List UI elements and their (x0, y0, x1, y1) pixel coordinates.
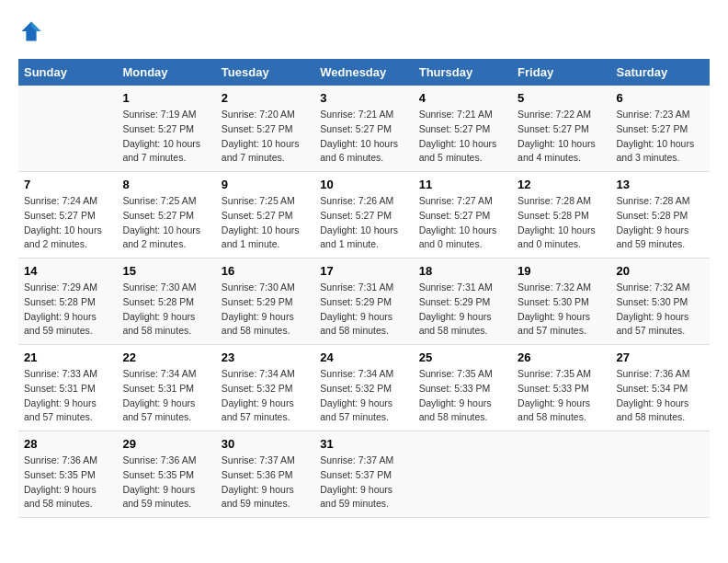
calendar-cell: 5Sunrise: 7:22 AMSunset: 5:27 PMDaylight… (512, 86, 610, 172)
calendar-header-row: SundayMondayTuesdayWednesdayThursdayFrid… (18, 59, 710, 86)
day-info: Sunrise: 7:23 AMSunset: 5:27 PMDaylight:… (617, 108, 704, 166)
day-number: 12 (518, 178, 605, 191)
week-row-5: 28Sunrise: 7:36 AMSunset: 5:35 PMDayligh… (18, 431, 710, 518)
day-info: Sunrise: 7:21 AMSunset: 5:27 PMDaylight:… (419, 108, 506, 166)
day-number: 10 (320, 178, 407, 191)
day-info: Sunrise: 7:20 AMSunset: 5:27 PMDaylight:… (222, 108, 309, 166)
day-info: Sunrise: 7:37 AMSunset: 5:36 PMDaylight:… (222, 454, 309, 511)
calendar-cell: 16Sunrise: 7:30 AMSunset: 5:29 PMDayligh… (216, 259, 314, 345)
day-info: Sunrise: 7:27 AMSunset: 5:27 PMDaylight:… (419, 194, 506, 252)
day-info: Sunrise: 7:29 AMSunset: 5:28 PMDaylight:… (24, 281, 111, 339)
logo-icon (18, 18, 44, 44)
calendar-cell: 30Sunrise: 7:37 AMSunset: 5:36 PMDayligh… (216, 431, 314, 518)
day-number: 20 (617, 264, 704, 278)
calendar-cell: 23Sunrise: 7:34 AMSunset: 5:32 PMDayligh… (216, 345, 314, 431)
day-number: 23 (222, 350, 309, 364)
day-number: 3 (320, 91, 407, 105)
day-info: Sunrise: 7:33 AMSunset: 5:31 PMDaylight:… (24, 367, 111, 425)
calendar-table: SundayMondayTuesdayWednesdayThursdayFrid… (18, 59, 710, 518)
day-info: Sunrise: 7:21 AMSunset: 5:27 PMDaylight:… (320, 108, 407, 166)
calendar-cell (512, 431, 610, 518)
day-info: Sunrise: 7:32 AMSunset: 5:30 PMDaylight:… (617, 281, 704, 339)
calendar-cell: 19Sunrise: 7:32 AMSunset: 5:30 PMDayligh… (512, 259, 610, 345)
day-number: 2 (222, 91, 309, 105)
day-info: Sunrise: 7:31 AMSunset: 5:29 PMDaylight:… (419, 281, 506, 339)
day-number: 24 (320, 350, 407, 364)
day-number: 19 (518, 264, 605, 278)
day-info: Sunrise: 7:25 AMSunset: 5:27 PMDaylight:… (122, 194, 210, 252)
column-header-friday: Friday (512, 59, 610, 86)
calendar-cell: 14Sunrise: 7:29 AMSunset: 5:28 PMDayligh… (18, 259, 117, 345)
day-number: 16 (222, 264, 309, 278)
column-header-thursday: Thursday (414, 59, 512, 86)
calendar-cell (414, 431, 512, 518)
day-info: Sunrise: 7:36 AMSunset: 5:34 PMDaylight:… (617, 367, 704, 425)
calendar-cell: 27Sunrise: 7:36 AMSunset: 5:34 PMDayligh… (611, 345, 710, 431)
day-info: Sunrise: 7:26 AMSunset: 5:27 PMDaylight:… (320, 194, 407, 252)
calendar-cell: 18Sunrise: 7:31 AMSunset: 5:29 PMDayligh… (414, 259, 512, 345)
calendar-cell: 15Sunrise: 7:30 AMSunset: 5:28 PMDayligh… (117, 259, 215, 345)
day-number: 29 (122, 437, 210, 451)
day-info: Sunrise: 7:28 AMSunset: 5:28 PMDaylight:… (518, 194, 605, 252)
day-number: 9 (222, 178, 309, 191)
column-header-tuesday: Tuesday (216, 59, 314, 86)
logo (18, 18, 48, 44)
day-number: 4 (419, 91, 506, 105)
week-row-1: 1Sunrise: 7:19 AMSunset: 5:27 PMDaylight… (18, 86, 710, 172)
day-number: 22 (122, 350, 210, 364)
day-number: 7 (24, 178, 111, 191)
day-number: 17 (320, 264, 407, 278)
week-row-2: 7Sunrise: 7:24 AMSunset: 5:27 PMDaylight… (18, 172, 710, 259)
day-number: 15 (122, 264, 210, 278)
day-info: Sunrise: 7:35 AMSunset: 5:33 PMDaylight:… (518, 367, 605, 425)
day-info: Sunrise: 7:36 AMSunset: 5:35 PMDaylight:… (24, 454, 111, 511)
day-info: Sunrise: 7:24 AMSunset: 5:27 PMDaylight:… (24, 194, 111, 252)
calendar-cell (611, 431, 710, 518)
week-row-3: 14Sunrise: 7:29 AMSunset: 5:28 PMDayligh… (18, 259, 710, 345)
day-number: 27 (617, 350, 704, 364)
calendar-cell: 7Sunrise: 7:24 AMSunset: 5:27 PMDaylight… (18, 172, 117, 259)
calendar-cell: 31Sunrise: 7:37 AMSunset: 5:37 PMDayligh… (314, 431, 413, 518)
calendar-cell: 28Sunrise: 7:36 AMSunset: 5:35 PMDayligh… (18, 431, 117, 518)
day-number: 18 (419, 264, 506, 278)
calendar-cell: 1Sunrise: 7:19 AMSunset: 5:27 PMDaylight… (117, 86, 215, 172)
day-info: Sunrise: 7:32 AMSunset: 5:30 PMDaylight:… (518, 281, 605, 339)
day-number: 13 (617, 178, 704, 191)
calendar-cell: 26Sunrise: 7:35 AMSunset: 5:33 PMDayligh… (512, 345, 610, 431)
day-info: Sunrise: 7:31 AMSunset: 5:29 PMDaylight:… (320, 281, 407, 339)
calendar-cell: 10Sunrise: 7:26 AMSunset: 5:27 PMDayligh… (314, 172, 413, 259)
calendar-cell: 13Sunrise: 7:28 AMSunset: 5:28 PMDayligh… (611, 172, 710, 259)
calendar-cell: 3Sunrise: 7:21 AMSunset: 5:27 PMDaylight… (314, 86, 413, 172)
day-number: 26 (518, 350, 605, 364)
day-number: 31 (320, 437, 407, 451)
day-info: Sunrise: 7:22 AMSunset: 5:27 PMDaylight:… (518, 108, 605, 166)
calendar-cell: 20Sunrise: 7:32 AMSunset: 5:30 PMDayligh… (611, 259, 710, 345)
day-number: 28 (24, 437, 111, 451)
day-number: 1 (122, 91, 210, 105)
calendar-cell: 6Sunrise: 7:23 AMSunset: 5:27 PMDaylight… (611, 86, 710, 172)
calendar-cell: 4Sunrise: 7:21 AMSunset: 5:27 PMDaylight… (414, 86, 512, 172)
calendar-cell (18, 86, 117, 172)
calendar-cell: 8Sunrise: 7:25 AMSunset: 5:27 PMDaylight… (117, 172, 215, 259)
day-info: Sunrise: 7:19 AMSunset: 5:27 PMDaylight:… (122, 108, 210, 166)
day-info: Sunrise: 7:34 AMSunset: 5:31 PMDaylight:… (122, 367, 210, 425)
day-info: Sunrise: 7:30 AMSunset: 5:28 PMDaylight:… (122, 281, 210, 339)
day-info: Sunrise: 7:25 AMSunset: 5:27 PMDaylight:… (222, 194, 309, 252)
day-info: Sunrise: 7:28 AMSunset: 5:28 PMDaylight:… (617, 194, 704, 252)
column-header-saturday: Saturday (611, 59, 710, 86)
column-header-monday: Monday (117, 59, 215, 86)
day-number: 5 (518, 91, 605, 105)
calendar-cell: 25Sunrise: 7:35 AMSunset: 5:33 PMDayligh… (414, 345, 512, 431)
calendar-cell: 12Sunrise: 7:28 AMSunset: 5:28 PMDayligh… (512, 172, 610, 259)
day-info: Sunrise: 7:35 AMSunset: 5:33 PMDaylight:… (419, 367, 506, 425)
calendar-cell: 9Sunrise: 7:25 AMSunset: 5:27 PMDaylight… (216, 172, 314, 259)
day-number: 30 (222, 437, 309, 451)
calendar-cell: 29Sunrise: 7:36 AMSunset: 5:35 PMDayligh… (117, 431, 215, 518)
day-number: 11 (419, 178, 506, 191)
day-number: 6 (617, 91, 704, 105)
calendar-cell: 24Sunrise: 7:34 AMSunset: 5:32 PMDayligh… (314, 345, 413, 431)
day-number: 25 (419, 350, 506, 364)
day-info: Sunrise: 7:36 AMSunset: 5:35 PMDaylight:… (122, 454, 210, 511)
calendar-cell: 17Sunrise: 7:31 AMSunset: 5:29 PMDayligh… (314, 259, 413, 345)
day-number: 21 (24, 350, 111, 364)
